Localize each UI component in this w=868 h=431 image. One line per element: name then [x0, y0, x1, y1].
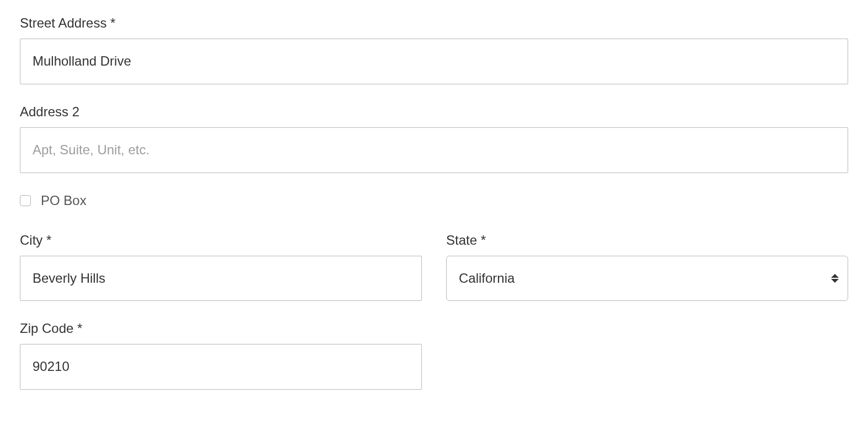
- zip-input[interactable]: [20, 344, 422, 390]
- street-address-input[interactable]: [20, 39, 848, 84]
- po-box-label[interactable]: PO Box: [41, 193, 87, 208]
- address2-label: Address 2: [20, 104, 848, 120]
- po-box-checkbox[interactable]: [20, 195, 31, 206]
- street-address-label: Street Address *: [20, 15, 848, 31]
- state-label: State *: [446, 233, 848, 248]
- address2-input[interactable]: [20, 127, 848, 173]
- city-label: City *: [20, 233, 422, 248]
- state-select[interactable]: California: [447, 256, 848, 301]
- city-input[interactable]: [20, 256, 422, 301]
- zip-label: Zip Code *: [20, 321, 422, 336]
- state-select-wrapper[interactable]: California: [446, 256, 848, 301]
